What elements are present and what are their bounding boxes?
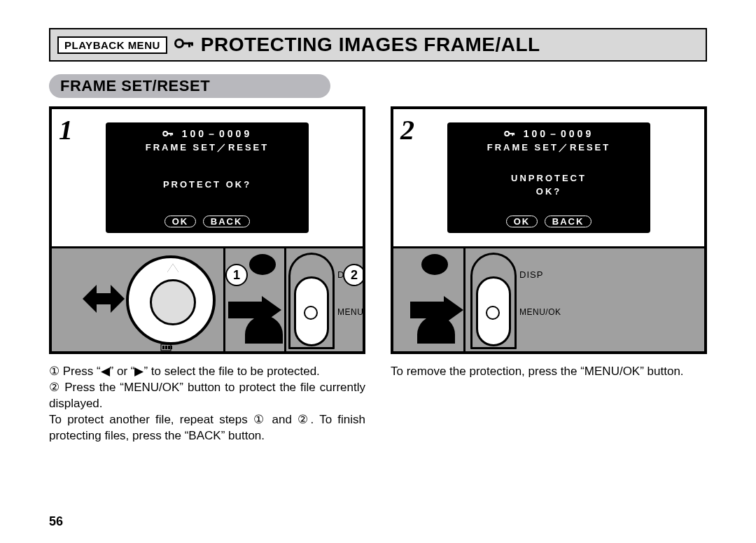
camera-body-1: 1 DISP 2 MENU/OK xyxy=(52,248,363,351)
right-arrow-icon xyxy=(199,297,207,308)
svg-rect-19 xyxy=(512,133,513,136)
camera-screen-2: 100－0009 FRAME SET／RESET UNPROTECT OK? O… xyxy=(447,122,650,233)
step2-instructions: To remove the protection, press the “MEN… xyxy=(391,364,707,380)
file-number: 100－0009 xyxy=(524,128,594,139)
down-arrow-icon xyxy=(167,328,178,337)
svg-marker-8 xyxy=(83,285,125,313)
up-arrow-icon xyxy=(167,264,178,272)
page-title: PROTECTING IMAGES FRAME/ALL xyxy=(201,34,540,56)
svg-marker-21 xyxy=(410,296,463,324)
figure-step-1: 1 100－0009 FRAME SET／RESET PROTECT OK? xyxy=(49,106,365,354)
ok-button: OK xyxy=(164,216,197,227)
svg-rect-20 xyxy=(513,133,514,135)
svg-point-17 xyxy=(505,132,509,136)
svg-point-4 xyxy=(163,132,167,136)
prompt-line-1: UNPROTECT xyxy=(511,171,587,185)
screen-mode: FRAME SET／RESET xyxy=(114,141,300,154)
back-button: BACK xyxy=(203,216,251,227)
svg-point-0 xyxy=(175,39,183,47)
step1-instructions: ① Press “◀” or “▶” to select the file to… xyxy=(49,364,365,444)
highlight-arrow-right xyxy=(409,295,465,328)
svg-rect-12 xyxy=(162,346,164,349)
svg-rect-14 xyxy=(168,346,170,349)
callout-1: 1 xyxy=(225,264,248,286)
svg-rect-18 xyxy=(508,133,514,134)
battery-icon xyxy=(160,343,173,351)
svg-marker-16 xyxy=(228,296,281,324)
screen-mode: FRAME SET／RESET xyxy=(456,141,642,154)
back-button: BACK xyxy=(545,216,592,227)
callout-2: 2 xyxy=(343,264,363,286)
menuok-label: MENU/OK xyxy=(519,307,561,317)
page-title-bar: PLAYBACK MENU PROTECTING IMAGES FRAME/AL… xyxy=(49,28,707,62)
svg-rect-2 xyxy=(188,42,190,47)
nav-dial xyxy=(126,255,216,345)
menuok-label: MENU/OK xyxy=(337,307,363,317)
page-number: 56 xyxy=(49,514,63,529)
key-icon xyxy=(162,129,174,140)
file-number: 100－0009 xyxy=(182,128,253,139)
svg-rect-5 xyxy=(167,133,172,134)
svg-rect-3 xyxy=(191,42,193,45)
key-icon xyxy=(174,34,194,56)
svg-rect-7 xyxy=(172,133,173,135)
disp-label: DISP xyxy=(519,269,543,280)
svg-rect-13 xyxy=(165,346,167,349)
svg-rect-6 xyxy=(170,133,172,136)
section-subtitle: FRAME SET/RESET xyxy=(49,74,330,98)
svg-rect-15 xyxy=(171,346,172,349)
key-icon xyxy=(504,129,515,140)
highlight-arrow-right xyxy=(227,295,283,328)
title-badge: PLAYBACK MENU xyxy=(57,36,167,54)
camera-body-2: DISP MENU/OK xyxy=(393,248,704,351)
figure-step-2: 2 100－0009 FRAME SET／RESET UNPROTECT xyxy=(391,106,707,354)
prompt-line-1: PROTECT OK? xyxy=(163,178,251,192)
svg-rect-1 xyxy=(182,42,192,44)
ok-button: OK xyxy=(506,216,538,227)
left-arrow-icon xyxy=(134,297,143,308)
camera-screen-1: 100－0009 FRAME SET／RESET PROTECT OK? OK … xyxy=(106,122,309,233)
highlight-arrow-leftright xyxy=(81,271,126,330)
prompt-line-2: OK? xyxy=(536,185,561,199)
